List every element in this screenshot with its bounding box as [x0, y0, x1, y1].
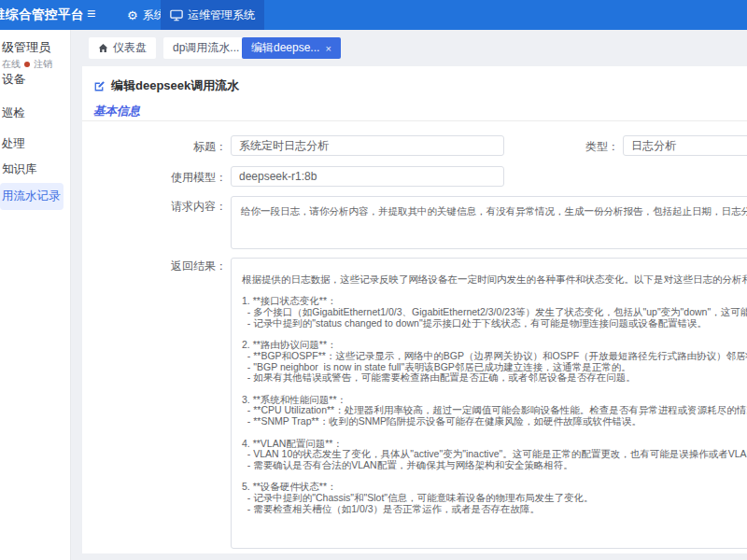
online-label: 在线 — [2, 58, 21, 71]
user-name: 级管理员 — [2, 39, 50, 56]
app-title: 维综合管控平台 — [0, 0, 84, 30]
edit-form-card: 编辑deepseek调用流水 基本信息 标题： 类型： 使用模型： 请求内容： … — [82, 66, 747, 553]
tab-label: dp调用流水... — [173, 40, 239, 56]
section-title-basic-info: 基本信息 — [93, 104, 140, 119]
model-input[interactable] — [231, 166, 504, 187]
title-label: 标题： — [115, 139, 227, 155]
page-title: 编辑deepseek调用流水 — [93, 77, 239, 94]
title-input[interactable] — [231, 135, 504, 156]
page-title-text: 编辑deepseek调用流水 — [111, 77, 239, 94]
home-icon — [98, 43, 108, 53]
tab-label: 编辑deepse... — [251, 40, 319, 56]
sidebar-item-inspection[interactable]: 巡检 — [2, 105, 25, 121]
monitor-icon — [170, 9, 183, 21]
section-divider — [82, 120, 747, 121]
type-input[interactable] — [623, 135, 747, 156]
type-label: 类型： — [507, 139, 619, 155]
nav-label: 运维管理系统 — [188, 7, 255, 23]
edit-icon — [93, 80, 106, 92]
result-label: 返回结果： — [115, 259, 227, 274]
sidebar: 级管理员 在线 注销 设备 巡检 处理 知识库 用流水记录 — [0, 30, 71, 560]
logout-dot-icon — [24, 62, 30, 67]
sidebar-item-knowledge-base[interactable]: 知识库 — [2, 161, 37, 177]
sidebar-item-call-records[interactable]: 用流水记录 — [0, 183, 63, 210]
logout-link[interactable]: 注销 — [34, 58, 52, 71]
app-window: 维综合管控平台 ≡ ⚙ 系统管理 运维管理系统 级管理员 在线 注销 设备 巡检… — [0, 0, 747, 560]
tab-edit-deepseek[interactable]: 编辑deepse... × — [242, 37, 341, 59]
close-icon[interactable]: × — [325, 43, 331, 54]
sidebar-item-devices[interactable]: 设备 — [2, 72, 25, 88]
sidebar-item-handling[interactable]: 处理 — [2, 136, 25, 152]
request-label: 请求内容： — [115, 199, 227, 215]
model-label: 使用模型： — [115, 170, 227, 186]
request-textarea[interactable]: 给你一段日志，请你分析内容，并提取其中的关键信息，有没有异常情况，生成一份分析报… — [231, 196, 747, 249]
tab-dashboard[interactable]: 仪表盘 — [89, 37, 156, 59]
online-status: 在线 注销 — [2, 58, 52, 71]
tab-label: 仪表盘 — [113, 40, 147, 56]
gear-icon: ⚙ — [127, 9, 138, 21]
menu-toggle-icon[interactable]: ≡ — [87, 0, 95, 28]
nav-item-ops-system[interactable]: 运维管理系统 — [161, 0, 264, 30]
top-navbar: 维综合管控平台 ≡ ⚙ 系统管理 运维管理系统 — [0, 0, 747, 30]
result-textarea[interactable]: 根据提供的日志数据，这些记录反映了网络设备在一定时间内发生的各种事件和状态变化。… — [231, 258, 747, 549]
